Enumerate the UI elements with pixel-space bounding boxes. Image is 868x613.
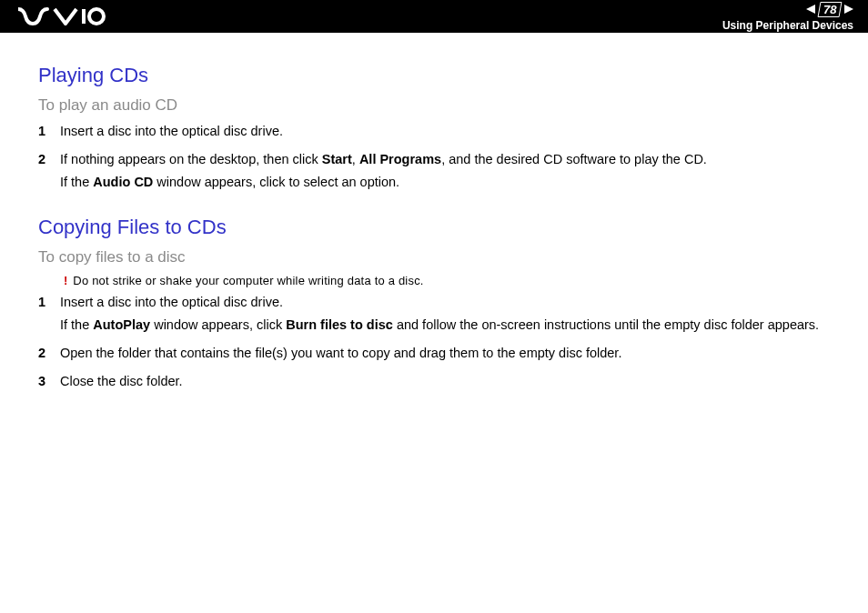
heading-copying-files: Copying Files to CDs <box>38 216 844 239</box>
caution-text: Do not strike or shake your computer whi… <box>73 274 423 287</box>
prev-page-arrow-icon[interactable] <box>806 5 815 14</box>
step-text: If the Audio CD window appears, click to… <box>60 173 844 192</box>
caution-note: ! Do not strike or shake your computer w… <box>64 274 844 287</box>
step-number: 2 <box>38 150 47 196</box>
list-item: 1 Insert a disc into the optical disc dr… <box>38 293 844 338</box>
heading-playing-cds: Playing CDs <box>38 64 844 87</box>
subheading-play-audio: To play an audio CD <box>38 96 844 115</box>
step-body: Insert a disc into the optical disc driv… <box>60 293 844 338</box>
section-label: Using Peripheral Devices <box>722 19 853 32</box>
page-number-badge: 78 <box>817 2 842 17</box>
vaio-logo-svg <box>18 7 106 25</box>
svg-rect-0 <box>82 9 86 24</box>
subheading-copy-files: To copy files to a disc <box>38 248 844 266</box>
text: If the <box>60 175 93 189</box>
step-body: Insert a disc into the optical disc driv… <box>60 122 844 145</box>
page-content: Playing CDs To play an audio CD 1 Insert… <box>0 33 868 418</box>
step-number: 1 <box>38 293 47 338</box>
step-number: 3 <box>38 372 47 395</box>
list-item: 1 Insert a disc into the optical disc dr… <box>38 122 844 145</box>
header-bar: 78 Using Peripheral Devices <box>0 0 868 33</box>
step-text: If nothing appears on the desktop, then … <box>60 150 844 169</box>
list-item: 3 Close the disc folder. <box>38 372 844 395</box>
steps-playing: 1 Insert a disc into the optical disc dr… <box>38 122 844 196</box>
bold-text: AutoPlay <box>93 317 150 332</box>
step-text: If the AutoPlay window appears, click Bu… <box>60 316 844 335</box>
step-number: 2 <box>38 344 47 367</box>
vaio-logo <box>18 7 106 25</box>
svg-point-1 <box>89 9 104 24</box>
step-body: Close the disc folder. <box>60 372 844 395</box>
bold-text: Burn files to disc <box>286 317 393 332</box>
text: If nothing appears on the desktop, then … <box>60 152 322 166</box>
step-body: If nothing appears on the desktop, then … <box>60 150 844 196</box>
warning-icon: ! <box>64 274 67 287</box>
bold-text: Start <box>322 152 352 166</box>
text: window appears, click to select an optio… <box>153 175 399 189</box>
bold-text: All Programs <box>359 152 441 166</box>
text: , and the desired CD software to play th… <box>441 152 707 166</box>
text: If the <box>60 317 93 332</box>
text: and follow the on-screen instructions un… <box>393 317 819 332</box>
step-text: Insert a disc into the optical disc driv… <box>60 293 844 312</box>
step-text: Close the disc folder. <box>60 372 844 391</box>
page-nav: 78 <box>806 2 853 17</box>
step-number: 1 <box>38 122 47 145</box>
step-text: Insert a disc into the optical disc driv… <box>60 122 844 141</box>
list-item: 2 Open the folder that contains the file… <box>38 344 844 367</box>
bold-text: Audio CD <box>93 175 153 189</box>
step-text: Open the folder that contains the file(s… <box>60 344 844 363</box>
header-right: 78 Using Peripheral Devices <box>722 2 853 32</box>
text: window appears, click <box>150 317 286 332</box>
list-item: 2 If nothing appears on the desktop, the… <box>38 150 844 196</box>
text: , <box>352 152 359 166</box>
step-body: Open the folder that contains the file(s… <box>60 344 844 367</box>
steps-copying: 1 Insert a disc into the optical disc dr… <box>38 293 844 395</box>
next-page-arrow-icon[interactable] <box>844 5 853 14</box>
